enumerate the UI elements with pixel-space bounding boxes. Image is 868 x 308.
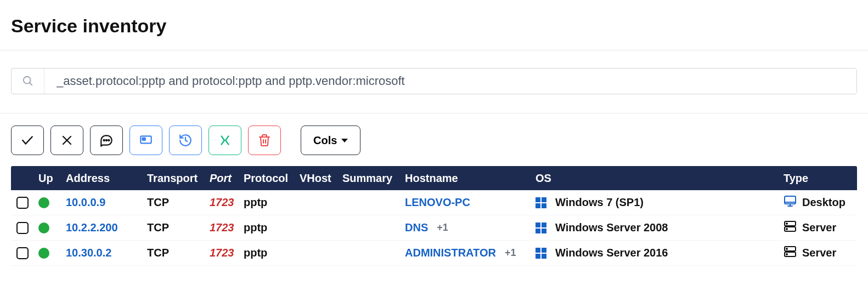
table-row: 10.2.2.200TCP1723pptpDNS+1Windows Server… [11, 215, 857, 241]
hostname-extra: +1 [505, 247, 516, 259]
toolbar: Cols [0, 113, 868, 166]
columns-button[interactable]: Cols [301, 126, 360, 155]
hostname-extra: +1 [437, 222, 448, 233]
address-link[interactable]: 10.0.0.9 [66, 196, 105, 209]
type-value: Desktop [802, 196, 846, 209]
reject-button[interactable] [50, 126, 83, 155]
os-value: Windows Server 2016 [555, 247, 668, 259]
search-section [0, 50, 868, 113]
svg-point-4 [104, 140, 105, 141]
table-header: Up Address Transport Port Protocol VHost… [11, 166, 857, 190]
screen-button[interactable] [129, 126, 162, 155]
col-port[interactable]: Port [210, 172, 244, 185]
hostname-link[interactable]: LENOVO-PC [405, 196, 470, 209]
col-type[interactable]: Type [784, 172, 857, 185]
caret-down-icon [341, 139, 348, 142]
status-up-icon [38, 197, 49, 208]
svg-point-16 [786, 229, 787, 230]
port-value: 1723 [210, 247, 234, 259]
hostname-link[interactable]: ADMINISTRATOR [405, 247, 496, 259]
svg-point-20 [786, 254, 787, 255]
columns-button-label: Cols [313, 134, 337, 147]
address-link[interactable]: 10.30.0.2 [66, 247, 111, 259]
search-input[interactable] [44, 69, 856, 94]
approve-button[interactable] [11, 126, 44, 155]
row-checkbox[interactable] [16, 222, 29, 234]
col-up[interactable]: Up [38, 172, 66, 185]
col-protocol[interactable]: Protocol [244, 172, 300, 185]
address-link[interactable]: 10.2.2.200 [66, 221, 118, 234]
port-value: 1723 [210, 221, 234, 234]
row-checkbox[interactable] [16, 247, 29, 259]
server-icon [784, 220, 797, 236]
status-up-icon [38, 223, 49, 233]
col-vhost[interactable]: VHost [300, 172, 342, 185]
delete-button[interactable] [248, 126, 281, 155]
comment-button[interactable] [90, 126, 123, 155]
col-transport[interactable]: Transport [147, 172, 210, 185]
transport-value: TCP [147, 196, 169, 209]
os-value: Windows Server 2008 [555, 221, 668, 234]
col-hostname[interactable]: Hostname [405, 172, 536, 185]
row-checkbox[interactable] [16, 197, 29, 209]
type-value: Server [802, 247, 836, 259]
table-row: 10.30.0.2TCP1723pptpADMINISTRATOR+1Windo… [11, 241, 857, 266]
port-value: 1723 [210, 196, 234, 209]
svg-rect-8 [143, 138, 145, 140]
svg-point-15 [786, 223, 787, 224]
windows-icon [536, 223, 546, 233]
transport-value: TCP [147, 247, 169, 259]
col-os[interactable]: OS [536, 172, 784, 185]
status-up-icon [38, 248, 49, 259]
page-title: Service inventory [0, 0, 868, 50]
merge-button[interactable] [208, 126, 241, 155]
protocol-value: pptp [244, 247, 267, 259]
windows-icon [536, 248, 546, 259]
table: Up Address Transport Port Protocol VHost… [0, 166, 868, 266]
svg-point-19 [786, 248, 787, 249]
protocol-value: pptp [244, 221, 267, 234]
search-bar [11, 68, 857, 94]
windows-icon [536, 197, 546, 208]
search-icon [12, 69, 44, 94]
desktop-icon [784, 195, 797, 210]
os-value: Windows 7 (SP1) [555, 196, 644, 209]
history-button[interactable] [169, 126, 202, 155]
col-address[interactable]: Address [66, 172, 147, 185]
table-row: 10.0.0.9TCP1723pptpLENOVO-PCWindows 7 (S… [11, 190, 857, 215]
server-icon [784, 245, 797, 261]
svg-point-6 [108, 140, 109, 141]
type-value: Server [802, 221, 836, 234]
svg-line-1 [29, 83, 32, 85]
transport-value: TCP [147, 221, 169, 234]
hostname-link[interactable]: DNS [405, 221, 428, 234]
protocol-value: pptp [244, 196, 267, 209]
svg-point-5 [106, 140, 107, 141]
col-summary[interactable]: Summary [342, 172, 405, 185]
